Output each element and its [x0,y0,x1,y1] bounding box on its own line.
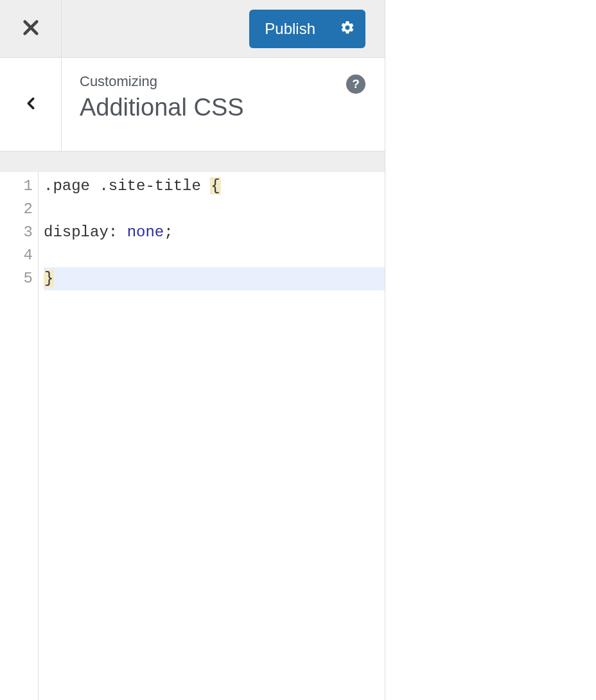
publish-button-group: Publish [249,10,365,48]
header-eyebrow: Customizing [80,73,367,90]
section-header: Customizing Additional CSS ? [0,58,385,152]
token-val: none [127,223,164,241]
customizer-panel: Publish Customizing A [0,0,385,700]
back-button[interactable] [0,58,62,151]
token-prop: display [44,223,109,241]
header-text: Customizing Additional CSS ? [62,58,385,151]
publish-button[interactable]: Publish [249,10,329,48]
line-number: 4 [0,244,33,267]
code-line[interactable] [44,198,385,221]
code-line[interactable]: .page .site-title { [44,175,385,198]
line-number: 2 [0,198,33,221]
token-sel: .page .site-title [44,177,210,195]
topbar: Publish [0,0,385,58]
line-number: 1 [0,175,33,198]
preview-area [385,0,596,700]
code-line[interactable]: } [44,267,385,290]
css-editor[interactable]: 12345 .page .site-title {display: none;} [0,172,385,700]
line-gutter: 12345 [0,172,39,700]
publish-settings-button[interactable] [329,10,365,48]
close-button[interactable] [0,0,62,57]
gear-icon [340,20,355,37]
close-icon [22,19,40,39]
code-line[interactable] [44,244,385,267]
token-semi: ; [164,223,173,241]
token-colon: : [109,223,127,241]
token-brace: { [210,177,220,195]
topbar-actions: Publish [62,0,385,57]
line-number: 5 [0,267,33,290]
page-title: Additional CSS [80,94,367,121]
publish-label: Publish [265,20,315,38]
chevron-left-icon [24,96,38,113]
help-button[interactable]: ? [346,74,365,94]
gap-strip [0,152,385,172]
help-icon: ? [352,77,360,91]
line-number: 3 [0,221,33,244]
token-brace: } [44,270,54,287]
code-line[interactable]: display: none; [44,221,385,244]
code-area[interactable]: .page .site-title {display: none;} [39,172,385,700]
